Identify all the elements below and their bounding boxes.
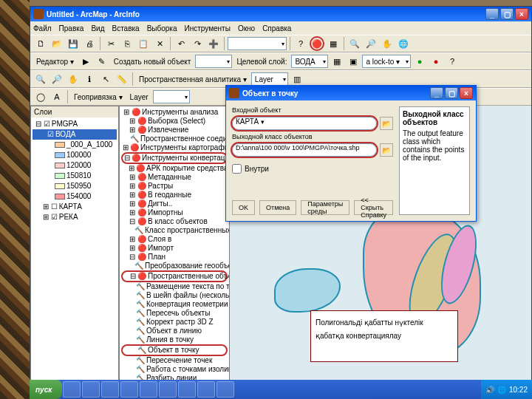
menu-insert[interactable]: Вставка	[112, 24, 139, 33]
toc-layer[interactable]: 150810	[33, 171, 117, 181]
text-button[interactable]: A	[50, 89, 64, 104]
help2-button[interactable]: ?	[445, 54, 460, 69]
taskbar-item[interactable]	[197, 381, 215, 398]
cat-feature-to-point[interactable]: 🔨Объект в точку	[121, 344, 228, 356]
cancel-button[interactable]: Отмена	[259, 200, 296, 215]
output-class-field[interactable]: D:\anna\100 000\v 100\PMGPA\точка.shp	[232, 143, 377, 157]
cat-item[interactable]: ⊞🔴Растры	[121, 182, 228, 191]
cat-item[interactable]: ⊞🔴Слоя в	[121, 235, 228, 244]
pan-tool[interactable]: ✋	[66, 72, 81, 86]
inside-checkbox[interactable]	[232, 164, 242, 174]
delete-button[interactable]: ✕	[152, 36, 167, 51]
georef-layer-combo[interactable]	[153, 90, 190, 103]
green-tool-button[interactable]: ●	[412, 54, 427, 69]
input-features-field[interactable]: КАРТА ▾	[232, 117, 377, 130]
close-button[interactable]: ×	[515, 8, 528, 20]
new-button[interactable]: 🗋	[33, 36, 48, 51]
toc-layer[interactable]: 154000	[33, 191, 117, 202]
target-combo[interactable]: ВОДА	[291, 55, 328, 68]
taskbar-item[interactable]	[63, 381, 81, 398]
cat-sub[interactable]: 🔨Объект в линию	[121, 327, 228, 335]
taskbar-item[interactable]	[140, 381, 157, 398]
toc-layer[interactable]: _000_A_1000	[33, 140, 117, 150]
cat-item[interactable]: ⊞🔴Извлечение	[121, 126, 228, 134]
browse-output-button[interactable]: 📂	[380, 143, 393, 157]
add-data-button[interactable]: ➕	[206, 36, 221, 51]
edit-tool-button[interactable]: ▶	[78, 54, 93, 69]
toc-layer[interactable]: 150950	[33, 181, 117, 191]
cat-item[interactable]: ⊞🔴Выборка (Select)	[121, 117, 228, 126]
environments-button[interactable]: Параметры среды	[301, 200, 349, 215]
maximize-button[interactable]: ▢	[500, 8, 514, 20]
sketch-props-button[interactable]: ▣	[346, 54, 361, 69]
red-tool-button[interactable]: ●	[429, 54, 443, 69]
cat-item[interactable]: 🔨Пространственное соединение (Spa	[121, 134, 228, 143]
cat-item[interactable]: 🔨Класс пространственных объектов	[121, 226, 228, 235]
sketch-tool-button[interactable]: ✎	[95, 54, 109, 69]
cat-sub[interactable]: 🔨Размещение текста по точкам	[121, 282, 228, 291]
menu-file[interactable]: Файл	[33, 24, 52, 33]
identify-tool[interactable]: ℹ	[82, 72, 97, 86]
ok-button[interactable]: OK	[232, 200, 255, 215]
tray-icon[interactable]: 🔊	[485, 386, 494, 394]
cat-item-conversion[interactable]: ⊟🔴Инструменты конвертации	[121, 152, 228, 164]
undo-button[interactable]: ↶	[174, 36, 188, 51]
hist-button[interactable]: ▥	[290, 72, 304, 86]
attributes-button[interactable]: ▦	[330, 54, 344, 69]
menu-view[interactable]: Вид	[91, 24, 104, 33]
cat-sub[interactable]: 🔨Пересечь объекты	[121, 309, 228, 318]
menu-window[interactable]: Окно	[238, 24, 255, 33]
hide-help-button[interactable]: << Скрыть Справку	[354, 200, 393, 215]
redo-button[interactable]: ↷	[190, 36, 205, 51]
help-button[interactable]: ?	[293, 36, 308, 51]
zoom-out-button[interactable]: 🔎	[364, 36, 378, 51]
cat-item[interactable]: ⊟🔴План	[121, 253, 228, 262]
cat-item[interactable]: ⊞🔴Инструменты картографии	[121, 143, 228, 152]
cat-item[interactable]: ⊞🔴В геоданные	[121, 191, 228, 200]
taskbar-item[interactable]	[178, 381, 196, 398]
save-button[interactable]: 💾	[66, 36, 81, 51]
cat-item[interactable]: ⊞🔴Метаданные	[121, 173, 228, 182]
scale-combo[interactable]	[228, 37, 287, 50]
system-tray[interactable]: 🔊 🌐 10:22	[481, 380, 532, 399]
clock[interactable]: 10:22	[509, 386, 528, 394]
cat-item[interactable]: ⊞🔴Импортны	[121, 208, 228, 217]
cat-sub[interactable]: 🔨В шейп файлы (несколько)	[121, 291, 228, 300]
cut-button[interactable]: ✂	[103, 36, 118, 51]
toc-layer-selected[interactable]: ☑ ВОДА	[33, 129, 117, 140]
taskbar-item[interactable]	[120, 381, 138, 398]
zoom-tool[interactable]: 🔍	[33, 72, 48, 86]
dialog-close-button[interactable]: ×	[460, 87, 473, 99]
open-button[interactable]: 📂	[50, 36, 64, 51]
cat-item[interactable]: 🔨Преобразование геообъектов на	[121, 262, 228, 270]
arctoolbox-button[interactable]: 🔴	[310, 36, 324, 51]
dialog-minimize-button[interactable]: _	[430, 87, 443, 99]
print-button[interactable]: 🖨	[82, 36, 97, 51]
toc-layer-karta[interactable]: ⊞ ☐ КАРТА	[33, 202, 117, 212]
cat-sub[interactable]: 🔨Конвертация геометрии по	[121, 300, 228, 309]
full-extent-button[interactable]: 🌐	[396, 36, 411, 51]
cat-item[interactable]: ⊞🔴Инструменты анализа	[121, 108, 228, 117]
taskbar-item[interactable]	[101, 381, 119, 398]
editor-label[interactable]: Редактор ▾	[36, 58, 74, 66]
cat-sub[interactable]: 🔨Линия в точку	[121, 335, 228, 344]
taskbar-item[interactable]	[216, 381, 234, 398]
cat-sub[interactable]: 🔨Коррект растр 3D Z	[121, 318, 228, 327]
measure-tool[interactable]: 📏	[115, 72, 129, 86]
toc-root[interactable]: ⊟ ☑ PMGPA	[33, 119, 117, 129]
taskbar-item[interactable]	[82, 381, 100, 398]
tray-icon[interactable]: 🌐	[497, 386, 506, 394]
zoom-out-tool[interactable]: 🔎	[50, 72, 64, 86]
select-tool[interactable]: ↖	[98, 72, 113, 86]
toc-layer[interactable]: 120000	[33, 160, 117, 171]
cat-item-features[interactable]: ⊟🔴Пространственные объекты	[121, 270, 228, 282]
cat-item[interactable]: ⊞🔴АРК покрытие средства	[121, 164, 228, 173]
catalog-button[interactable]: ▦	[326, 36, 341, 51]
layer-combo[interactable]: Layer	[251, 72, 288, 86]
lock-combo[interactable]: a lock-to ▾	[362, 55, 411, 68]
pan-button[interactable]: ✋	[380, 36, 395, 51]
minimize-button[interactable]: _	[485, 8, 499, 20]
draw-button[interactable]: ◯	[33, 89, 48, 104]
menu-selection[interactable]: Выборка	[147, 24, 177, 33]
menu-tools[interactable]: Инструменты	[185, 24, 231, 33]
